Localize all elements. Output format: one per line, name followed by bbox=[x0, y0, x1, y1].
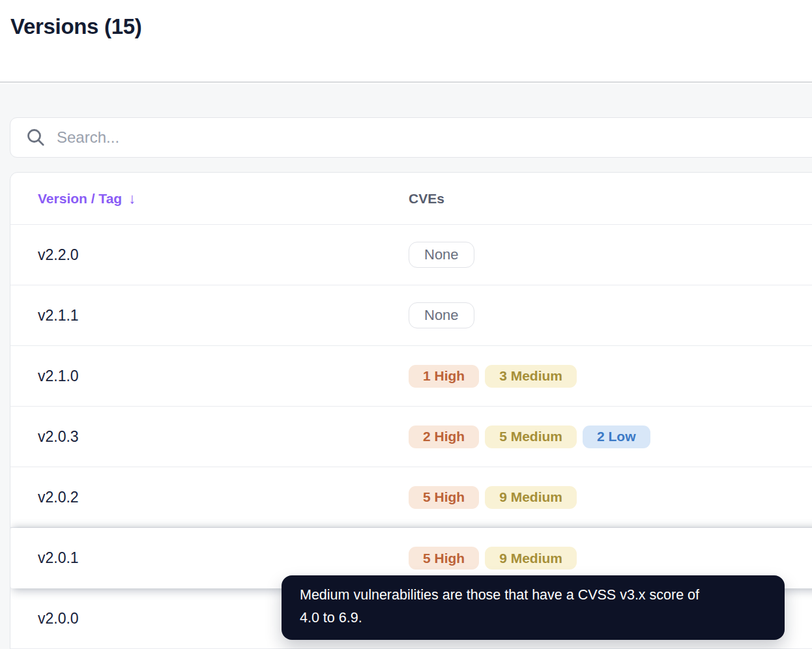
cves-cell: 5 High9 Medium bbox=[409, 486, 577, 509]
medium-cve-tooltip: Medium vulnerabilities are those that ha… bbox=[282, 575, 785, 640]
sort-descending-icon: ↓ bbox=[128, 190, 136, 207]
table-header-row: Version / Tag ↓ CVEs bbox=[10, 173, 812, 225]
cve-badge-high[interactable]: 2 High bbox=[409, 425, 479, 448]
cve-badge-low[interactable]: 2 Low bbox=[583, 425, 650, 448]
version-cell: v2.0.1 bbox=[10, 549, 409, 567]
column-header-cves[interactable]: CVEs bbox=[409, 191, 444, 207]
cve-badge-none[interactable]: None bbox=[409, 302, 474, 328]
cve-badge-high[interactable]: 5 High bbox=[409, 486, 479, 509]
version-cell: v2.1.1 bbox=[10, 307, 409, 324]
cve-badge-medium[interactable]: 9 Medium bbox=[485, 547, 577, 570]
cve-badge-medium[interactable]: 3 Medium bbox=[485, 365, 577, 388]
cves-cell: 1 High3 Medium bbox=[409, 365, 577, 388]
table-row[interactable]: v2.2.0None bbox=[10, 225, 812, 285]
cve-badge-medium[interactable]: 5 Medium bbox=[485, 425, 577, 448]
table-row[interactable]: v2.1.1None bbox=[10, 285, 812, 346]
search-box[interactable] bbox=[10, 117, 812, 158]
cves-cell: None bbox=[409, 302, 474, 328]
version-cell: v2.0.2 bbox=[10, 489, 409, 506]
version-cell: v2.0.3 bbox=[10, 428, 409, 446]
search-input[interactable] bbox=[55, 128, 772, 147]
table-row[interactable]: v2.0.25 High9 Medium bbox=[10, 467, 812, 528]
table-row[interactable]: v2.1.01 High3 Medium bbox=[10, 346, 812, 407]
page-title: Versions (15) bbox=[10, 14, 142, 39]
content-area: Version / Tag ↓ CVEs v2.2.0Nonev2.1.1Non… bbox=[0, 84, 812, 649]
table-row[interactable]: v2.0.32 High5 Medium2 Low bbox=[10, 407, 812, 467]
cve-badge-high[interactable]: 5 High bbox=[409, 547, 479, 570]
version-cell: v2.2.0 bbox=[10, 246, 409, 264]
search-icon bbox=[26, 128, 46, 147]
cves-cell: 5 High9 Medium bbox=[409, 547, 577, 570]
cves-cell: 2 High5 Medium2 Low bbox=[409, 425, 650, 448]
cve-badge-none[interactable]: None bbox=[409, 242, 474, 268]
cve-badge-medium[interactable]: 9 Medium bbox=[485, 486, 577, 509]
column-header-version-tag[interactable]: Version / Tag ↓ bbox=[10, 190, 136, 207]
column-header-version-tag-label: Version / Tag bbox=[38, 191, 122, 207]
cve-badge-high[interactable]: 1 High bbox=[409, 365, 479, 388]
page-header: Versions (15) bbox=[0, 0, 812, 83]
cves-cell: None bbox=[409, 242, 474, 268]
version-cell: v2.1.0 bbox=[10, 368, 409, 385]
